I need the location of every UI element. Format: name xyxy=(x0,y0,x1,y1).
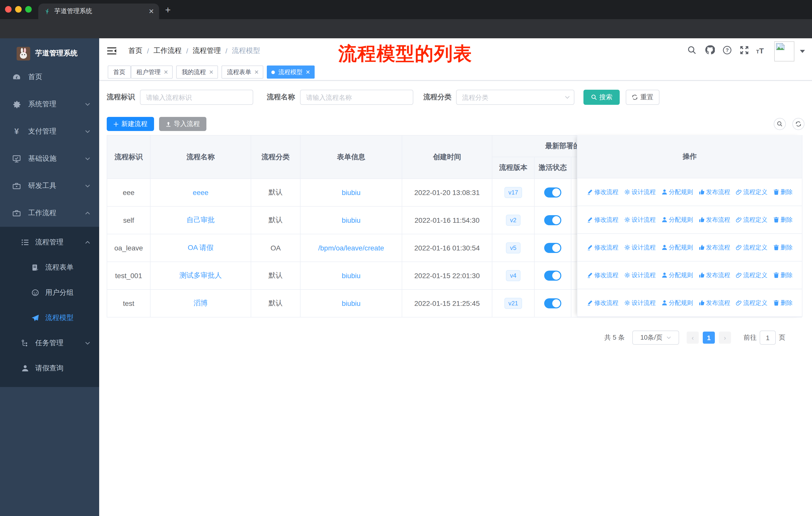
process-definition-link[interactable]: 流程定义 xyxy=(736,243,767,252)
modify-process-link[interactable]: 修改流程 xyxy=(587,243,618,252)
font-size-icon[interactable]: TT xyxy=(756,46,764,55)
active-toggle[interactable] xyxy=(544,215,561,225)
delete-link[interactable]: 删除 xyxy=(773,243,793,252)
prev-page-button[interactable]: ‹ xyxy=(687,332,699,344)
modify-process-link[interactable]: 修改流程 xyxy=(587,215,618,224)
active-toggle[interactable] xyxy=(544,243,561,253)
process-category-select[interactable] xyxy=(456,90,574,105)
tag-close-icon[interactable]: ✕ xyxy=(306,69,310,75)
minimize-window-button[interactable] xyxy=(15,6,22,12)
tag-process-form[interactable]: 流程表单 ✕ xyxy=(222,65,263,79)
refresh-table-button[interactable] xyxy=(792,118,805,130)
form-info-link[interactable]: biubiu xyxy=(342,216,361,224)
sidebar-item-user-group[interactable]: 用户分组 xyxy=(0,280,99,305)
process-definition-link[interactable]: 流程定义 xyxy=(736,271,767,279)
search-button[interactable]: 搜索 xyxy=(583,90,620,105)
new-tab-button[interactable]: + xyxy=(165,4,171,16)
sidebar-item-system[interactable]: 系统管理 xyxy=(0,91,99,118)
browser-tab[interactable]: 芋道管理系统 ✕ xyxy=(38,3,159,19)
modify-process-link[interactable]: 修改流程 xyxy=(587,188,618,196)
process-name-link[interactable]: 自己审批 xyxy=(186,216,215,224)
active-toggle[interactable] xyxy=(544,298,561,308)
sidebar-item-process-form[interactable]: 流程表单 xyxy=(0,255,99,280)
avatar[interactable] xyxy=(774,41,794,61)
form-info-link[interactable]: biubiu xyxy=(342,272,361,280)
sidebar-item-process-manage[interactable]: 流程管理 xyxy=(0,230,99,255)
design-process-link[interactable]: 设计流程 xyxy=(624,299,656,307)
breadcrumb-process-manage[interactable]: 流程管理 xyxy=(193,46,221,55)
process-key-input[interactable] xyxy=(140,90,253,105)
design-process-link[interactable]: 设计流程 xyxy=(624,215,656,224)
assign-rule-link[interactable]: 分配规则 xyxy=(661,243,693,252)
current-page[interactable]: 1 xyxy=(703,332,715,344)
app-logo-row[interactable]: 芋道管理系统 xyxy=(0,43,99,63)
collapse-sidebar-icon[interactable] xyxy=(107,46,117,55)
process-name-link[interactable]: OA 请假 xyxy=(188,243,214,251)
help-icon[interactable]: ? xyxy=(722,45,732,55)
publish-process-link[interactable]: 发布流程 xyxy=(698,243,730,252)
zoom-window-button[interactable] xyxy=(25,6,32,12)
sidebar-item-workflow[interactable]: 工作流程 xyxy=(0,199,99,227)
create-process-button[interactable]: 新建流程 xyxy=(107,117,154,131)
publish-process-link[interactable]: 发布流程 xyxy=(698,188,730,196)
process-name-link[interactable]: eeee xyxy=(193,188,208,196)
tag-label: 租户管理 xyxy=(137,68,161,76)
sidebar-item-infra[interactable]: 基础设施 xyxy=(0,145,99,172)
fullscreen-icon[interactable] xyxy=(740,45,749,55)
design-process-link[interactable]: 设计流程 xyxy=(624,243,656,252)
tag-close-icon[interactable]: ✕ xyxy=(164,69,168,75)
tag-close-icon[interactable]: ✕ xyxy=(209,69,213,75)
reset-button[interactable]: 重置 xyxy=(626,90,660,105)
publish-icon xyxy=(698,217,704,223)
assign-rule-link[interactable]: 分配规则 xyxy=(661,215,693,224)
process-name-input[interactable] xyxy=(300,90,413,105)
breadcrumb-home[interactable]: 首页 xyxy=(128,46,142,55)
tag-process-model[interactable]: 流程模型 ✕ xyxy=(267,65,315,79)
search-icon[interactable] xyxy=(687,45,697,55)
process-name-link[interactable]: 滔博 xyxy=(194,299,208,307)
design-process-link[interactable]: 设计流程 xyxy=(624,188,656,196)
tag-my-process[interactable]: 我的流程 ✕ xyxy=(176,65,218,79)
sidebar-item-task-manage[interactable]: 任务管理 xyxy=(0,331,99,356)
close-window-button[interactable] xyxy=(5,6,11,12)
goto-page-input[interactable] xyxy=(760,331,776,345)
form-info-link[interactable]: biubiu xyxy=(342,299,361,307)
show-search-button[interactable] xyxy=(774,118,786,130)
tag-home[interactable]: 首页 xyxy=(108,65,131,79)
assign-rule-link[interactable]: 分配规则 xyxy=(661,188,693,196)
process-definition-link[interactable]: 流程定义 xyxy=(736,188,767,196)
tag-tenant[interactable]: 租户管理 ✕ xyxy=(131,65,173,79)
publish-process-link[interactable]: 发布流程 xyxy=(698,299,730,307)
sidebar-item-home[interactable]: 首页 xyxy=(0,63,99,91)
breadcrumb-workflow[interactable]: 工作流程 xyxy=(153,46,182,55)
delete-link[interactable]: 删除 xyxy=(773,299,793,307)
process-name-link[interactable]: 测试多审批人 xyxy=(179,271,222,279)
next-page-button[interactable]: › xyxy=(719,332,731,344)
avatar-caret-icon[interactable] xyxy=(800,50,805,53)
delete-link[interactable]: 删除 xyxy=(773,271,793,279)
modify-process-link[interactable]: 修改流程 xyxy=(587,299,618,307)
tag-close-icon[interactable]: ✕ xyxy=(254,69,259,75)
sidebar-item-payment[interactable]: ¥ 支付管理 xyxy=(0,118,99,145)
import-process-button[interactable]: 导入流程 xyxy=(159,117,206,131)
assign-rule-link[interactable]: 分配规则 xyxy=(661,299,693,307)
process-definition-link[interactable]: 流程定义 xyxy=(736,299,767,307)
modify-process-link[interactable]: 修改流程 xyxy=(587,271,618,279)
active-toggle[interactable] xyxy=(544,187,561,197)
delete-link[interactable]: 删除 xyxy=(773,188,793,196)
process-definition-link[interactable]: 流程定义 xyxy=(736,215,767,224)
page-size-select[interactable]: 10条/页 xyxy=(632,331,679,345)
active-toggle[interactable] xyxy=(544,271,561,281)
sidebar-item-process-model[interactable]: 流程模型 xyxy=(0,305,99,331)
sidebar-item-devtools[interactable]: 研发工具 xyxy=(0,172,99,199)
design-process-link[interactable]: 设计流程 xyxy=(624,271,656,279)
assign-rule-link[interactable]: 分配规则 xyxy=(661,271,693,279)
tab-close-icon[interactable]: ✕ xyxy=(148,7,154,15)
publish-process-link[interactable]: 发布流程 xyxy=(698,215,730,224)
sidebar-item-leave-query[interactable]: 请假查询 xyxy=(0,356,99,381)
delete-link[interactable]: 删除 xyxy=(773,215,793,224)
publish-process-link[interactable]: 发布流程 xyxy=(698,271,730,279)
github-icon[interactable] xyxy=(705,45,715,55)
form-info-link[interactable]: /bpm/oa/leave/create xyxy=(318,244,384,252)
form-info-link[interactable]: biubiu xyxy=(342,188,361,196)
